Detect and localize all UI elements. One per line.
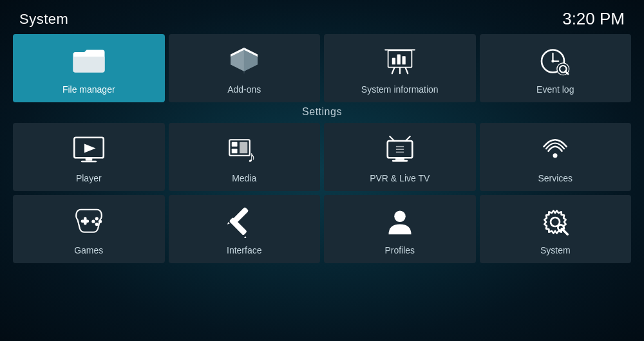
svg-rect-51 bbox=[231, 207, 249, 225]
svg-text:♪: ♪ bbox=[248, 148, 256, 165]
pvr-live-tv-icon bbox=[379, 133, 421, 167]
tile-games-label: Games bbox=[74, 245, 103, 255]
add-ons-icon bbox=[223, 44, 265, 78]
event-log-icon bbox=[535, 44, 576, 78]
svg-point-45 bbox=[95, 217, 98, 220]
svg-rect-30 bbox=[232, 149, 238, 153]
svg-point-48 bbox=[99, 220, 102, 223]
tile-system[interactable]: System bbox=[480, 195, 632, 263]
tile-system-label: System bbox=[540, 245, 571, 255]
svg-point-42 bbox=[553, 153, 558, 158]
svg-rect-10 bbox=[402, 56, 405, 64]
settings-section: Settings Player bbox=[0, 106, 644, 263]
svg-point-57 bbox=[558, 225, 564, 230]
tile-profiles-label: Profiles bbox=[384, 245, 415, 255]
tile-pvr-live-tv[interactable]: PVR & Live TV bbox=[324, 123, 476, 191]
media-icon: ♪ bbox=[223, 133, 265, 167]
tile-services-label: Services bbox=[538, 173, 573, 183]
svg-point-53 bbox=[394, 211, 406, 223]
svg-point-47 bbox=[91, 220, 95, 223]
svg-rect-29 bbox=[232, 142, 238, 147]
tile-event-log-label: Event log bbox=[536, 84, 574, 95]
svg-point-46 bbox=[95, 223, 98, 226]
tile-profiles[interactable]: Profiles bbox=[324, 195, 476, 263]
svg-line-11 bbox=[392, 68, 395, 74]
svg-marker-52 bbox=[227, 222, 230, 225]
top-row: File manager Add-ons bbox=[0, 34, 644, 102]
svg-rect-31 bbox=[240, 142, 247, 154]
tile-player[interactable]: Player bbox=[13, 123, 165, 191]
svg-rect-44 bbox=[84, 217, 86, 225]
player-icon bbox=[68, 133, 109, 167]
tile-games[interactable]: Games bbox=[13, 195, 165, 263]
tile-interface-label: Interface bbox=[227, 245, 261, 255]
tile-event-log[interactable]: Event log bbox=[480, 34, 632, 102]
tile-system-information-label: System information bbox=[361, 84, 439, 95]
services-icon bbox=[535, 133, 576, 167]
tile-add-ons[interactable]: Add-ons bbox=[169, 34, 321, 102]
header: System 3:20 PM bbox=[0, 0, 644, 34]
tile-media[interactable]: ♪ Media bbox=[169, 123, 321, 191]
interface-icon bbox=[223, 205, 265, 239]
tile-services[interactable]: Services bbox=[480, 123, 632, 191]
svg-rect-37 bbox=[395, 158, 404, 160]
page-title: System bbox=[19, 11, 68, 28]
tile-pvr-live-tv-label: PVR & Live TV bbox=[370, 173, 430, 183]
tile-add-ons-label: Add-ons bbox=[227, 84, 261, 95]
tile-player-label: Player bbox=[76, 173, 102, 183]
settings-heading: Settings bbox=[13, 106, 631, 118]
games-icon bbox=[68, 205, 109, 239]
tile-system-information[interactable]: System information bbox=[324, 34, 476, 102]
profiles-icon bbox=[379, 205, 421, 239]
settings-row-1: Player ♪ Media bbox=[13, 123, 631, 191]
svg-rect-8 bbox=[392, 58, 395, 65]
tile-file-manager-label: File manager bbox=[62, 84, 115, 95]
file-manager-icon bbox=[68, 44, 109, 78]
svg-rect-38 bbox=[392, 160, 408, 162]
tile-media-label: Media bbox=[232, 173, 256, 183]
tile-file-manager[interactable]: File manager bbox=[13, 34, 165, 102]
settings-row-2: Games Interface bbox=[13, 195, 631, 263]
clock: 3:20 PM bbox=[562, 9, 625, 29]
tile-interface[interactable]: Interface bbox=[169, 195, 321, 263]
system-information-icon bbox=[379, 44, 421, 78]
svg-rect-27 bbox=[81, 161, 97, 163]
svg-rect-9 bbox=[397, 55, 400, 65]
svg-marker-50 bbox=[244, 236, 247, 238]
svg-point-55 bbox=[553, 220, 558, 225]
svg-line-12 bbox=[406, 68, 408, 74]
system-icon bbox=[535, 205, 576, 239]
svg-rect-26 bbox=[86, 158, 93, 160]
